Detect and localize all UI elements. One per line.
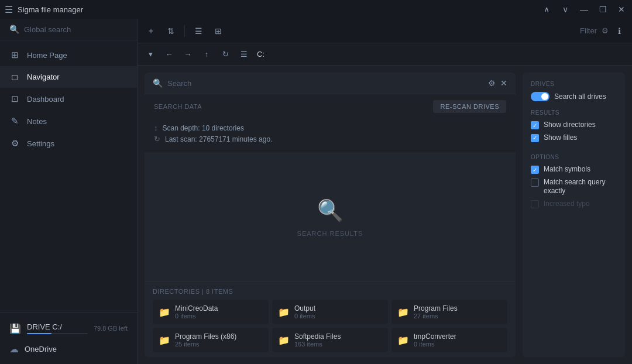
match-exact-label: Match search query exactly bbox=[544, 178, 617, 196]
dropdown-btn[interactable]: ▾ bbox=[142, 46, 159, 63]
drive-c-info: DRIVE C:/ bbox=[27, 322, 88, 334]
dir-output-info: Output 0 items bbox=[294, 304, 315, 320]
sidebar-item-home-label: Home Page bbox=[27, 51, 67, 60]
folder-icon: 📁 bbox=[397, 335, 409, 346]
onedrive-icon: ☁ bbox=[9, 344, 19, 355]
minimize-btn[interactable]: — bbox=[578, 5, 590, 14]
current-path: C: bbox=[257, 50, 265, 59]
sidebar-item-navigator[interactable]: □ Navigator bbox=[0, 66, 137, 88]
sidebar-item-dashboard-label: Dashboard bbox=[27, 95, 64, 104]
menu-icon[interactable]: ☰ bbox=[5, 4, 13, 15]
sidebar-item-navigator-label: Navigator bbox=[27, 73, 60, 81]
match-symbols-label: Match symbols bbox=[544, 165, 590, 174]
dir-item-softpedia-files[interactable]: 📁 Softpedia Files 163 items bbox=[272, 328, 388, 352]
show-directories-label: Show directories bbox=[544, 121, 596, 130]
drive-c-bar bbox=[27, 333, 88, 334]
rp-options-section: OPTIONS ✓ Match symbols Match search que… bbox=[531, 154, 617, 208]
increased-typo-label: Increased typo bbox=[544, 200, 590, 208]
sidebar-item-dashboard[interactable]: ⊡ Dashboard bbox=[0, 88, 137, 110]
sidebar-footer: 💾 DRIVE C:/ 79.8 GB left ☁ OneDrive bbox=[0, 313, 137, 364]
maximize-btn[interactable]: ❐ bbox=[597, 5, 609, 14]
match-symbols-row: ✓ Match symbols bbox=[531, 165, 617, 174]
show-directories-checkbox[interactable]: ✓ bbox=[531, 121, 539, 129]
right-panel: DRIVES Search all drives RESULTS ✓ Show … bbox=[523, 73, 625, 357]
search-results-label: SEARCH RESULTS bbox=[297, 230, 363, 237]
close-btn[interactable]: ✕ bbox=[616, 5, 627, 14]
scan-depth-label: Scan depth: 10 directories bbox=[163, 124, 244, 132]
dir-item-program-files-x86[interactable]: 📁 Program Files (x86) 25 items bbox=[153, 328, 269, 352]
dir-item-minicreodata[interactable]: 📁 MiniCreoData 0 items bbox=[153, 300, 269, 324]
drive-c-space: 79.8 GB left bbox=[94, 325, 128, 332]
match-exact-row: Match search query exactly bbox=[531, 178, 617, 196]
pathbar: ▾ ← → ↑ ↻ ☰ C: bbox=[138, 43, 632, 66]
onedrive-name: OneDrive bbox=[25, 345, 128, 353]
search-input[interactable] bbox=[167, 79, 483, 88]
last-scan-icon: ↻ bbox=[154, 135, 160, 143]
main-layout: 🔍 Global search ⊞ Home Page □ Navigator … bbox=[0, 19, 632, 364]
onedrive-item[interactable]: ☁ OneDrive bbox=[0, 339, 137, 359]
search-all-drives-label: Search all drives bbox=[554, 92, 606, 101]
rescan-button[interactable]: RE-SCAN DRIVES bbox=[433, 100, 506, 113]
window-controls: ∧ ∨ — ❐ ✕ bbox=[541, 5, 627, 14]
dir-item-output[interactable]: 📁 Output 0 items bbox=[272, 300, 388, 324]
sidebar-item-notes[interactable]: ✎ Notes bbox=[0, 110, 137, 132]
show-files-checkbox[interactable]: ✓ bbox=[531, 134, 539, 142]
refresh-btn[interactable]: ↻ bbox=[217, 46, 233, 63]
up-btn[interactable]: ↑ bbox=[198, 46, 215, 63]
home-icon: ⊞ bbox=[9, 50, 20, 60]
match-exact-checkbox[interactable] bbox=[531, 178, 539, 187]
chevron-down-btn[interactable]: ∨ bbox=[559, 5, 571, 14]
list-view-button[interactable]: ☰ bbox=[190, 22, 207, 40]
filter-icon[interactable]: ⚙ bbox=[602, 26, 609, 35]
dir-program-files-name: Program Files bbox=[414, 304, 458, 313]
dir-item-program-files[interactable]: 📁 Program Files 27 items bbox=[391, 300, 507, 324]
sidebar-item-notes-label: Notes bbox=[27, 117, 47, 126]
search-results-icon: 🔍 bbox=[317, 198, 344, 223]
chevron-up-btn[interactable]: ∧ bbox=[541, 5, 552, 14]
grid-view-button[interactable]: ⊞ bbox=[209, 22, 227, 40]
sort-button[interactable]: ⇅ bbox=[162, 22, 180, 40]
back-btn[interactable]: ← bbox=[161, 46, 177, 63]
show-files-label: Show filles bbox=[544, 133, 577, 143]
search-close-button[interactable]: ✕ bbox=[500, 78, 507, 88]
rp-drives-section: DRIVES Search all drives bbox=[531, 81, 617, 101]
directories-grid: 📁 MiniCreoData 0 items 📁 Output 0 items bbox=[153, 300, 507, 352]
search-options-button[interactable]: ⚙ bbox=[488, 78, 496, 88]
dir-program-files-x86-name: Program Files (x86) bbox=[175, 332, 236, 341]
check-icon: ✓ bbox=[533, 167, 537, 173]
settings-icon: ⚙ bbox=[9, 138, 20, 149]
search-all-drives-toggle[interactable] bbox=[531, 92, 549, 101]
global-search-row[interactable]: 🔍 Global search bbox=[0, 19, 137, 40]
app-title: Sigma file manager bbox=[18, 5, 541, 14]
rp-options-title: OPTIONS bbox=[531, 154, 617, 160]
dir-tmpconverter-info: tmpConverter 0 items bbox=[414, 332, 456, 348]
search-all-drives-row: Search all drives bbox=[531, 92, 617, 101]
notes-icon: ✎ bbox=[9, 116, 20, 126]
sidebar-item-settings[interactable]: ⚙ Settings bbox=[0, 132, 137, 154]
dir-program-files-count: 27 items bbox=[414, 313, 458, 320]
folder-icon: 📁 bbox=[159, 307, 170, 318]
dir-program-files-x86-info: Program Files (x86) 25 items bbox=[175, 332, 236, 348]
toolbar: ＋ ⇅ ☰ ⊞ Filter ⚙ ℹ bbox=[138, 19, 632, 43]
check-icon: ✓ bbox=[533, 135, 537, 141]
sidebar-item-home[interactable]: ⊞ Home Page bbox=[0, 44, 137, 66]
show-directories-row: ✓ Show directories bbox=[531, 121, 617, 130]
toolbar-separator-1 bbox=[184, 25, 185, 37]
sidebar: 🔍 Global search ⊞ Home Page □ Navigator … bbox=[0, 19, 138, 364]
forward-btn[interactable]: → bbox=[180, 46, 196, 63]
search-data-label: SEARCH DATA bbox=[154, 103, 202, 110]
dir-item-tmpconverter[interactable]: 📁 tmpConverter 0 items bbox=[391, 328, 507, 352]
filter-area: Filter ⚙ bbox=[580, 26, 609, 35]
path-menu-btn[interactable]: ☰ bbox=[236, 46, 252, 63]
folder-icon: 📁 bbox=[278, 335, 290, 346]
drive-c-icon: 💾 bbox=[9, 323, 21, 334]
match-symbols-checkbox[interactable]: ✓ bbox=[531, 166, 539, 174]
increased-typo-checkbox[interactable] bbox=[531, 200, 539, 208]
increased-typo-row: Increased typo bbox=[531, 200, 617, 208]
drive-c-item[interactable]: 💾 DRIVE C:/ 79.8 GB left bbox=[0, 318, 137, 339]
add-button[interactable]: ＋ bbox=[142, 22, 160, 40]
search-results-area: 🔍 SEARCH RESULTS bbox=[145, 153, 516, 281]
info-button[interactable]: ℹ bbox=[611, 23, 627, 39]
dir-softpedia-files-name: Softpedia Files bbox=[294, 332, 341, 341]
folder-icon: 📁 bbox=[278, 307, 290, 318]
